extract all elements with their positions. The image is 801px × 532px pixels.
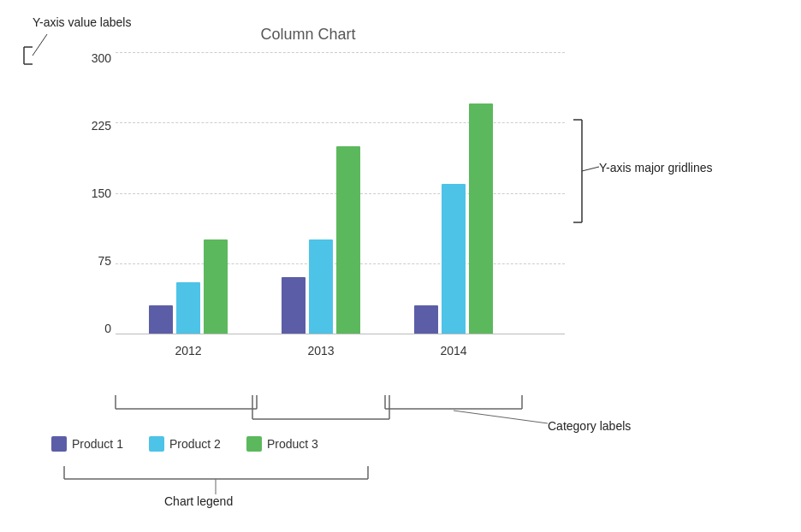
legend-item-product3: Product 3	[246, 436, 318, 452]
bar-2012-product1	[149, 305, 173, 334]
svg-line-3	[33, 34, 47, 56]
legend-label-product2: Product 2	[169, 437, 221, 451]
plot-area: 2012 2013 2014	[116, 52, 565, 334]
bar-group-2014: 2014	[406, 52, 501, 334]
y-label-0: 0	[104, 322, 111, 334]
y-label-225: 225	[92, 120, 111, 132]
bar-2014-product1	[414, 305, 438, 334]
bar-group-label-2014: 2014	[406, 344, 501, 358]
bar-group-label-2013: 2013	[274, 344, 368, 358]
chart-container: Column Chart 300 225 150 75 0 2012	[51, 26, 565, 428]
svg-line-7	[582, 167, 599, 171]
bar-2014-product2	[442, 184, 466, 334]
bar-2012-product2	[176, 282, 200, 334]
legend-color-product1	[51, 436, 67, 452]
chart-legend: Product 1 Product 2 Product 3	[51, 436, 318, 452]
y-axis: 300 225 150 75 0	[86, 52, 111, 334]
legend-item-product2: Product 2	[149, 436, 221, 452]
bar-2013-product3	[336, 146, 360, 334]
bar-2012-product3	[204, 239, 228, 334]
chart-title: Column Chart	[51, 26, 565, 44]
legend-label-product1: Product 1	[72, 437, 123, 451]
bar-2013-product1	[282, 277, 306, 334]
legend-label-product3: Product 3	[267, 437, 318, 451]
y-label-75: 75	[98, 255, 111, 267]
bar-group-label-2012: 2012	[141, 344, 235, 358]
chart-area: 300 225 150 75 0 2012	[51, 52, 565, 369]
legend-color-product2	[149, 436, 164, 452]
bar-group-2012: 2012	[141, 52, 235, 334]
legend-color-product3	[246, 436, 262, 452]
legend-item-product1: Product 1	[51, 436, 123, 452]
bar-group-2013: 2013	[274, 52, 368, 334]
y-label-150: 150	[92, 187, 111, 199]
chart-legend-annotation: Chart legend	[164, 494, 233, 508]
y-label-300: 300	[92, 52, 111, 64]
gridlines-annotation: Y-axis major gridlines	[599, 161, 713, 174]
bar-2014-product3	[469, 103, 493, 334]
bar-2013-product2	[309, 239, 333, 334]
